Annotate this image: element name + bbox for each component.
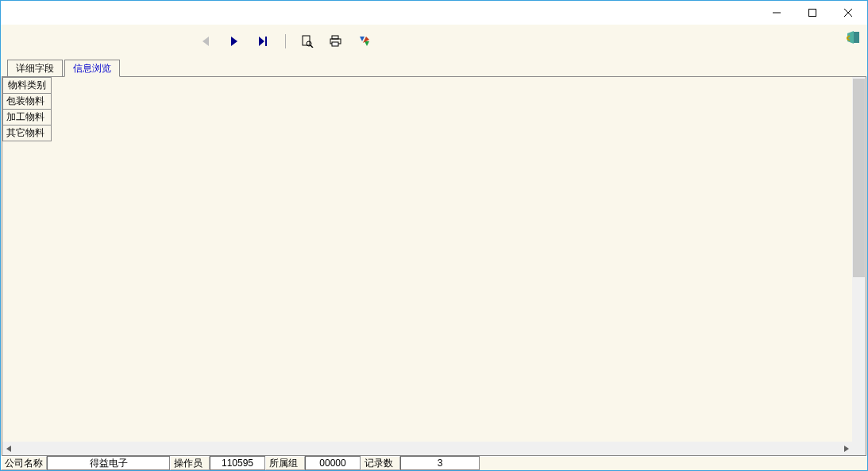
svg-marker-14 (360, 37, 365, 41)
status-spacer (480, 456, 867, 470)
horizontal-scrollbar[interactable] (2, 442, 852, 455)
print-icon[interactable] (329, 34, 343, 48)
tab-info-browse[interactable]: 信息浏览 (64, 60, 120, 77)
svg-marker-21 (6, 446, 11, 452)
toolbar (199, 33, 372, 50)
svg-marker-6 (259, 37, 264, 46)
col-header-category[interactable]: 物料类别 (3, 78, 52, 94)
svg-marker-5 (231, 37, 237, 46)
data-table: 物料类别 包装物料加工物料其它物料 (2, 77, 52, 141)
client-area: 详细字段 信息浏览 物料类别 包装物料加工物料其它物料 (1, 25, 867, 456)
status-group-label: 所属组 (265, 456, 305, 470)
status-company-value: 得益电子 (47, 456, 170, 470)
export-icon[interactable] (357, 34, 372, 48)
close-button[interactable] (830, 2, 866, 24)
grid-inner: 物料类别 包装物料加工物料其它物料 (2, 77, 852, 442)
exit-icon[interactable] (847, 31, 862, 47)
h-scroll-left-icon[interactable] (2, 442, 16, 455)
cell-category[interactable]: 包装物料 (3, 94, 52, 110)
status-count-value: 3 (400, 456, 480, 470)
grid-panel: 物料类别 包装物料加工物料其它物料 (2, 76, 866, 456)
svg-rect-11 (332, 36, 338, 39)
svg-marker-22 (844, 446, 849, 452)
svg-rect-13 (332, 42, 338, 46)
svg-line-3 (844, 9, 852, 17)
app-window: 详细字段 信息浏览 物料类别 包装物料加工物料其它物料 公司名称 (0, 0, 868, 471)
minimize-button[interactable] (758, 2, 794, 24)
status-group-value: 00000 (305, 456, 361, 470)
titlebar (1, 1, 867, 25)
v-scroll-thumb[interactable] (853, 79, 865, 277)
svg-rect-17 (854, 32, 859, 43)
table-row[interactable]: 加工物料 (3, 110, 52, 125)
svg-line-2 (844, 9, 852, 17)
status-bar: 公司名称 得益电子 操作员 110595 所属组 00000 记录数 3 (1, 456, 867, 470)
h-scroll-track[interactable] (16, 442, 839, 455)
preview-icon[interactable] (300, 34, 314, 48)
nav-last-icon[interactable] (257, 34, 271, 48)
svg-rect-1 (808, 10, 816, 17)
status-operator-value: 110595 (210, 456, 265, 470)
cell-category[interactable]: 加工物料 (3, 110, 52, 125)
status-operator-label: 操作员 (170, 456, 210, 470)
tab-bar: 详细字段 信息浏览 (1, 60, 867, 77)
table-row[interactable]: 其它物料 (3, 125, 52, 141)
table-row[interactable]: 包装物料 (3, 94, 52, 110)
svg-marker-15 (365, 41, 369, 46)
nav-next-icon[interactable] (228, 34, 242, 48)
svg-rect-7 (265, 37, 267, 46)
tab-detail-fields[interactable]: 详细字段 (7, 60, 63, 77)
toolbar-separator (285, 34, 286, 48)
scroll-corner (852, 442, 866, 455)
h-scroll-right-icon[interactable] (839, 442, 852, 455)
maximize-button[interactable] (794, 2, 830, 24)
nav-prev-icon[interactable] (199, 34, 214, 48)
status-count-label: 记录数 (361, 456, 400, 470)
vertical-scrollbar[interactable] (852, 77, 866, 442)
svg-marker-4 (203, 37, 209, 46)
toolbar-area (1, 25, 867, 60)
cell-category[interactable]: 其它物料 (3, 125, 52, 141)
svg-line-10 (311, 45, 313, 48)
svg-rect-8 (303, 36, 310, 45)
status-company-label: 公司名称 (1, 456, 47, 470)
